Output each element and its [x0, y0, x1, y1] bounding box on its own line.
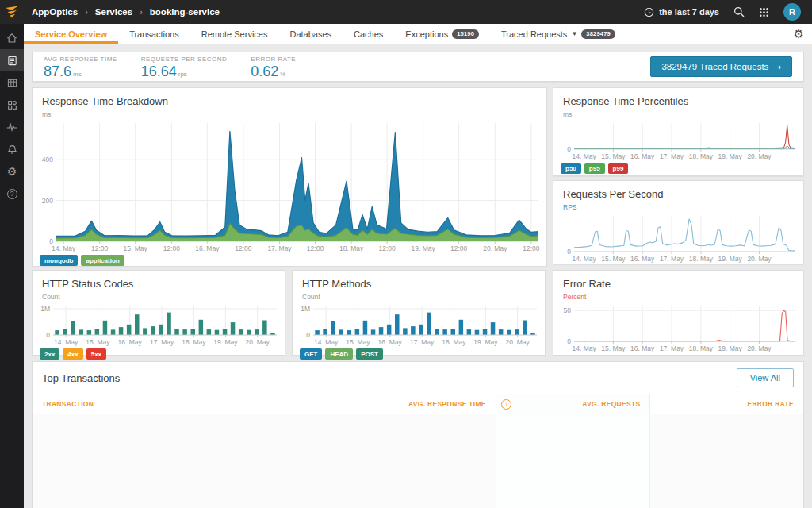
panel-title: HTTP Status Codes: [33, 271, 285, 290]
search-icon[interactable]: [733, 6, 745, 17]
response-time-percentiles-chart: 14. May15. May16. May17. May18. May19. M…: [553, 119, 803, 160]
tab-transactions[interactable]: Transactions: [118, 24, 190, 44]
svg-text:20. May: 20. May: [246, 338, 270, 346]
chart-legend: GETHEADPOST: [293, 346, 545, 362]
svg-text:17. May: 17. May: [410, 338, 435, 346]
svg-text:12:00: 12:00: [163, 244, 181, 252]
stat-label: AVG RESPONSE TIME: [44, 56, 117, 63]
sidebar-item-help[interactable]: ?: [0, 183, 24, 205]
svg-text:200: 200: [42, 197, 53, 205]
breadcrumb-services[interactable]: Services: [95, 7, 132, 17]
gear-icon: ⚙: [7, 166, 17, 177]
dashboard-settings-gear-icon[interactable]: ⚙: [794, 24, 812, 44]
traced-requests-button[interactable]: 3829479 Traced Requests ›: [650, 56, 792, 77]
svg-text:16. May: 16. May: [630, 152, 655, 160]
tab-label: Exceptions: [405, 29, 448, 39]
svg-text:19. May: 19. May: [718, 344, 743, 352]
legend-badge-p95[interactable]: p95: [584, 163, 605, 174]
legend-badge-5xx[interactable]: 5xx: [86, 348, 106, 360]
top-transactions-card: Top Transactions View All TRANSACTION AV…: [32, 361, 804, 508]
column-header-avg-requests[interactable]: ↓ AVG. REQUESTS: [496, 394, 650, 414]
stat-requests-per-second: REQUESTS PER SECOND 16.64rps: [141, 56, 228, 79]
chart-legend: 2xx4xx5xx: [33, 346, 285, 362]
panel-title: Requests Per Second: [553, 181, 803, 200]
view-all-button[interactable]: View All: [737, 368, 794, 387]
app-switcher-icon[interactable]: [759, 7, 769, 17]
tab-label: Remote Services: [201, 29, 268, 39]
legend-badge-mongodb[interactable]: mongodb: [40, 255, 78, 266]
stat-value: 87.6ms: [44, 64, 117, 79]
y-axis-unit-label: Count: [293, 290, 545, 301]
tab-caches[interactable]: Caches: [343, 24, 394, 44]
sidebar-item-alerts[interactable]: [0, 138, 24, 160]
tab-remote-services[interactable]: Remote Services: [190, 24, 279, 44]
legend-badge-POST[interactable]: POST: [356, 348, 383, 360]
column-header-error-rate[interactable]: ERROR RATE: [649, 394, 803, 414]
svg-text:19. May: 19. May: [718, 255, 743, 263]
sidebar-item-services[interactable]: [0, 49, 24, 71]
svg-text:20. May: 20. May: [483, 244, 508, 252]
user-avatar[interactable]: R: [783, 3, 801, 21]
svg-text:19. May: 19. May: [213, 338, 238, 346]
svg-text:14. May: 14. May: [572, 344, 596, 352]
http-methods-chart: 14. May15. May16. May17. May18. May19. M…: [293, 302, 545, 346]
svg-text:18. May: 18. May: [339, 244, 364, 252]
svg-text:15. May: 15. May: [124, 244, 148, 252]
svg-text:20. May: 20. May: [747, 255, 772, 263]
stat-value: 0.62%: [251, 64, 296, 79]
legend-badge-p50[interactable]: p50: [561, 163, 581, 174]
svg-text:15. May: 15. May: [601, 152, 626, 160]
tab-exceptions[interactable]: Exceptions 15190: [394, 24, 490, 44]
breadcrumb-separator: ›: [140, 7, 143, 17]
tab-service-overview[interactable]: Service Overview: [24, 24, 118, 44]
breadcrumb-current-service: booking-service: [150, 7, 220, 17]
legend-badge-GET[interactable]: GET: [300, 348, 322, 360]
stat-avg-response-time: AVG RESPONSE TIME 87.6ms: [44, 56, 117, 79]
y-axis-unit-label: Count: [33, 290, 285, 301]
topbar-actions: the last 7 days R: [644, 3, 812, 21]
svg-text:12:00: 12:00: [378, 244, 396, 252]
svg-text:15. May: 15. May: [601, 255, 626, 263]
sidebar-item-home[interactable]: [0, 27, 24, 49]
breadcrumb-appoptics[interactable]: AppOptics: [32, 7, 78, 17]
svg-text:1M: 1M: [301, 305, 310, 313]
svg-text:20. May: 20. May: [747, 152, 772, 160]
svg-text:15. May: 15. May: [346, 338, 370, 346]
panel-http-status-codes: HTTP Status Codes Count 14. May15. May16…: [32, 270, 285, 356]
traced-requests-count-badge: 3829479: [581, 29, 615, 39]
svg-text:17. May: 17. May: [267, 244, 292, 252]
legend-badge-HEAD[interactable]: HEAD: [325, 348, 353, 360]
column-header-avg-response-time[interactable]: AVG. RESPONSE TIME: [343, 394, 496, 414]
svg-text:12:00: 12:00: [91, 244, 109, 252]
stat-label: REQUESTS PER SECOND: [141, 56, 228, 63]
solarwinds-logo-icon[interactable]: [0, 0, 24, 24]
summary-stats-card: AVG RESPONSE TIME 87.6ms REQUESTS PER SE…: [32, 52, 804, 82]
sort-descending-icon[interactable]: ↓: [501, 399, 511, 410]
svg-text:18. May: 18. May: [689, 255, 714, 263]
sidebar-item-dashboards[interactable]: [0, 71, 24, 94]
legend-badge-4xx[interactable]: 4xx: [63, 348, 82, 360]
legend-badge-application[interactable]: application: [81, 255, 124, 266]
legend-badge-2xx[interactable]: 2xx: [40, 348, 59, 360]
http-status-codes-chart: 14. May15. May16. May17. May18. May19. M…: [33, 302, 285, 346]
tab-label: Caches: [354, 29, 383, 39]
svg-text:18. May: 18. May: [689, 152, 714, 160]
svg-text:14. May: 14. May: [572, 255, 596, 263]
sidebar-item-metrics[interactable]: [0, 116, 24, 138]
column-header-transaction[interactable]: TRANSACTION: [33, 394, 343, 414]
dashboards-grid-icon: [7, 78, 17, 88]
legend-badge-p99[interactable]: p99: [608, 163, 629, 174]
sidebar-item-settings[interactable]: ⚙: [0, 160, 24, 183]
svg-text:12:00: 12:00: [307, 244, 324, 252]
svg-text:15. May: 15. May: [601, 344, 626, 352]
sidebar-item-integrations[interactable]: [0, 94, 24, 116]
svg-text:12:00: 12:00: [450, 244, 468, 252]
svg-text:17. May: 17. May: [660, 152, 684, 160]
time-range-label: the last 7 days: [659, 7, 719, 17]
svg-text:19. May: 19. May: [473, 338, 498, 346]
tab-traced-requests[interactable]: Traced Requests ▼ 3829479: [490, 24, 626, 44]
table-body-column-error-rate: [649, 414, 803, 508]
svg-text:16. May: 16. May: [378, 338, 403, 346]
tab-databases[interactable]: Databases: [278, 24, 343, 44]
time-range-selector[interactable]: the last 7 days: [644, 7, 719, 17]
